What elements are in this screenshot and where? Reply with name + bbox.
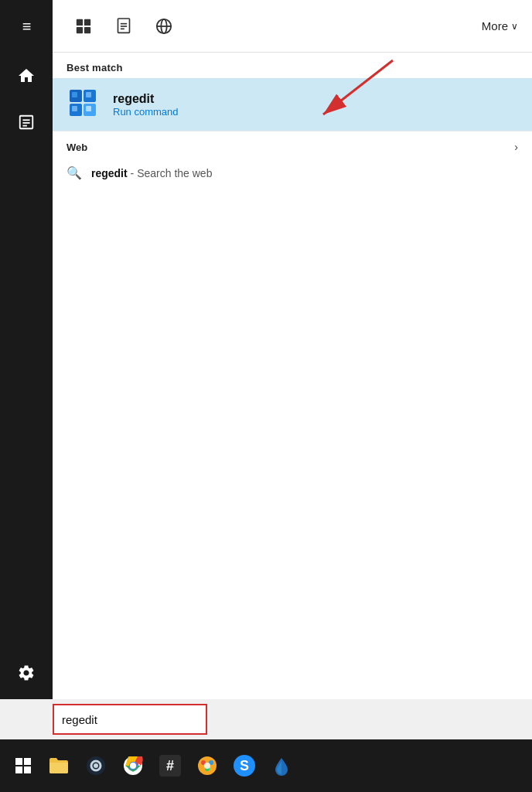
hamburger-menu-button[interactable]: ≡ [8, 8, 45, 45]
best-match-app-type: Run command [113, 106, 179, 118]
best-match-text: regedit Run command [113, 92, 179, 118]
svg-rect-21 [72, 106, 77, 111]
start-menu: ≡ [0, 0, 532, 792]
web-result-text: regedit - Search the web [91, 167, 212, 179]
regedit-app-icon [66, 87, 102, 122]
file-explorer-button[interactable] [42, 749, 76, 783]
drop-icon [271, 755, 292, 777]
best-match-header: Best match [53, 53, 532, 78]
web-chevron-icon: › [514, 141, 518, 153]
svg-rect-22 [86, 106, 91, 111]
chrome-icon [122, 755, 144, 777]
svg-rect-19 [72, 92, 77, 97]
paint-icon [196, 755, 218, 777]
top-bar: More ∨ [53, 0, 532, 53]
documents-button[interactable] [8, 104, 45, 141]
web-search-result[interactable]: 🔍 regedit - Search the web [53, 159, 532, 189]
taskbar: # S [0, 739, 532, 792]
search-input-box[interactable]: regedit [53, 704, 207, 735]
svg-point-36 [204, 763, 210, 769]
hashtag-icon: # [159, 755, 181, 777]
svg-point-27 [94, 763, 98, 768]
documents-tab-icon[interactable] [107, 9, 141, 43]
svg-point-31 [130, 763, 136, 769]
search-panel: More ∨ Best match [53, 0, 532, 792]
s-icon: S [234, 755, 255, 777]
steam-icon [85, 755, 107, 777]
search-input-value: regedit [62, 713, 97, 726]
results-area: Best match regedit Run com [53, 53, 532, 792]
search-icon: 🔍 [66, 166, 82, 180]
s-app-button[interactable]: S [227, 749, 261, 783]
windows-logo-icon [15, 758, 31, 773]
settings-button[interactable] [8, 654, 45, 691]
web-tab-icon[interactable] [147, 9, 181, 43]
home-button[interactable] [8, 57, 45, 94]
sidebar: ≡ [0, 0, 53, 792]
svg-rect-6 [77, 26, 83, 32]
more-chevron-icon: ∨ [511, 21, 518, 32]
svg-rect-7 [84, 26, 90, 32]
svg-rect-20 [86, 92, 91, 97]
chrome-button[interactable] [116, 749, 150, 783]
more-button[interactable]: More ∨ [482, 19, 518, 32]
steam-button[interactable] [79, 749, 113, 783]
folder-icon [48, 756, 70, 775]
start-button[interactable] [6, 749, 40, 783]
hashtag-app-button[interactable]: # [153, 749, 187, 783]
svg-rect-5 [84, 19, 90, 25]
best-match-result[interactable]: regedit Run command [53, 78, 532, 131]
apps-tab-icon[interactable] [66, 9, 101, 43]
best-match-app-name: regedit [113, 92, 179, 106]
paint-app-button[interactable] [190, 749, 224, 783]
drop-app-button[interactable] [264, 749, 298, 783]
svg-rect-4 [77, 19, 83, 25]
web-header-label: Web [66, 142, 514, 153]
search-bar-area: regedit [0, 699, 532, 739]
web-section[interactable]: Web › [53, 131, 532, 159]
